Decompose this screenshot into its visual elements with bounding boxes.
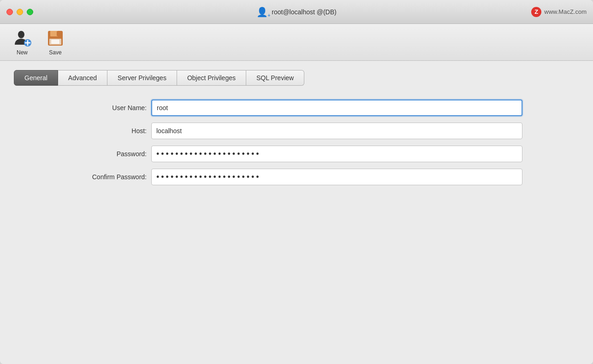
user-icon: 👤 + [256,6,268,18]
new-button[interactable]: New [9,27,35,58]
svg-point-0 [18,31,24,38]
tab-object-privileges[interactable]: Object Privileges [177,70,246,86]
username-input[interactable] [151,100,522,116]
watermark: Z www.MacZ.com [531,7,587,17]
z-logo-icon: Z [531,7,541,17]
tab-advanced[interactable]: Advanced [58,70,107,86]
username-row: User Name: [71,100,522,116]
title-bar: 👤 + root@localhost @(DB) Z www.MacZ.com [0,0,593,24]
svg-rect-6 [57,31,59,36]
svg-rect-8 [51,40,59,44]
maximize-button[interactable] [27,9,33,15]
watermark-text: www.MacZ.com [544,8,587,15]
app-window: 👤 + root@localhost @(DB) Z www.MacZ.com [0,0,593,364]
title-center: 👤 + root@localhost @(DB) [256,6,336,18]
tab-server-privileges[interactable]: Server Privileges [107,70,177,86]
host-label: Host: [71,127,147,135]
close-button[interactable] [6,9,13,15]
username-label: User Name: [71,104,147,112]
tab-sql-preview[interactable]: SQL Preview [246,70,304,86]
save-button[interactable]: Save [42,27,68,58]
tab-bar: General Advanced Server Privileges Objec… [14,70,579,86]
confirm-password-row: Confirm Password: [71,169,522,185]
tab-general[interactable]: General [14,70,58,86]
password-input[interactable] [151,146,522,162]
toolbar: New Save [0,24,593,61]
confirm-password-label: Confirm Password: [71,173,147,181]
password-row: Password: [71,146,522,162]
host-row: Host: [71,123,522,139]
main-content: General Advanced Server Privileges Objec… [0,61,593,364]
password-label: Password: [71,150,147,158]
host-input[interactable] [151,123,522,139]
confirm-password-input[interactable] [151,169,522,185]
minimize-button[interactable] [17,9,23,15]
save-button-label: Save [49,49,61,56]
save-icon [46,29,65,47]
new-button-label: New [17,49,28,56]
window-title: root@localhost @(DB) [272,8,336,16]
new-icon [13,29,31,47]
traffic-lights [6,9,33,15]
form-area: User Name: Host: Password: Confirm Passw… [71,100,522,185]
svg-rect-5 [50,31,58,36]
